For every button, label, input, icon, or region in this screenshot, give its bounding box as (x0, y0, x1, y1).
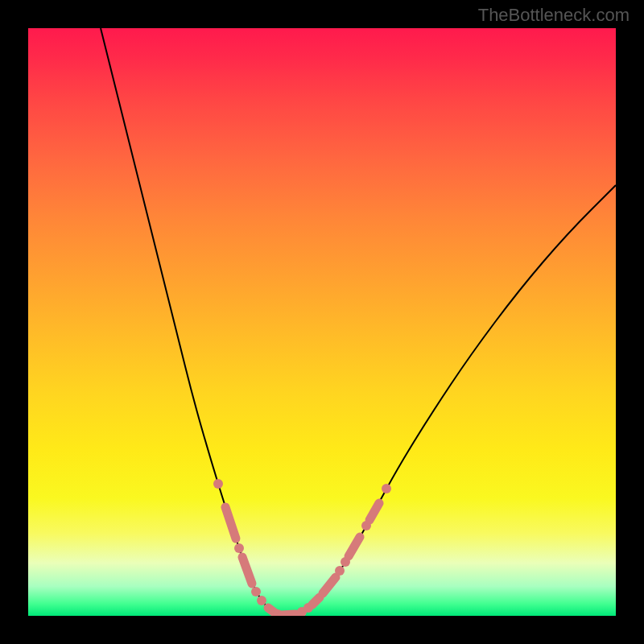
marker-dot (257, 596, 266, 605)
marker-dot (234, 543, 244, 553)
marker-pill (349, 537, 360, 556)
marker-pill (225, 507, 236, 539)
marker-dot (382, 484, 391, 493)
marker-dot (213, 479, 223, 489)
marker-dot (251, 587, 261, 597)
watermark-text: TheBottleneck.com (478, 5, 630, 26)
curve-markers (213, 479, 391, 616)
marker-pill (242, 557, 252, 584)
marker-pill (323, 577, 336, 593)
curve-left-branch (101, 28, 282, 615)
chart-svg (28, 28, 616, 616)
marker-pill (369, 503, 379, 520)
marker-pill (312, 597, 320, 605)
marker-dot (335, 566, 345, 576)
chart-plot-area (28, 28, 616, 616)
curve-right-branch (282, 185, 616, 615)
marker-pill (282, 614, 295, 615)
